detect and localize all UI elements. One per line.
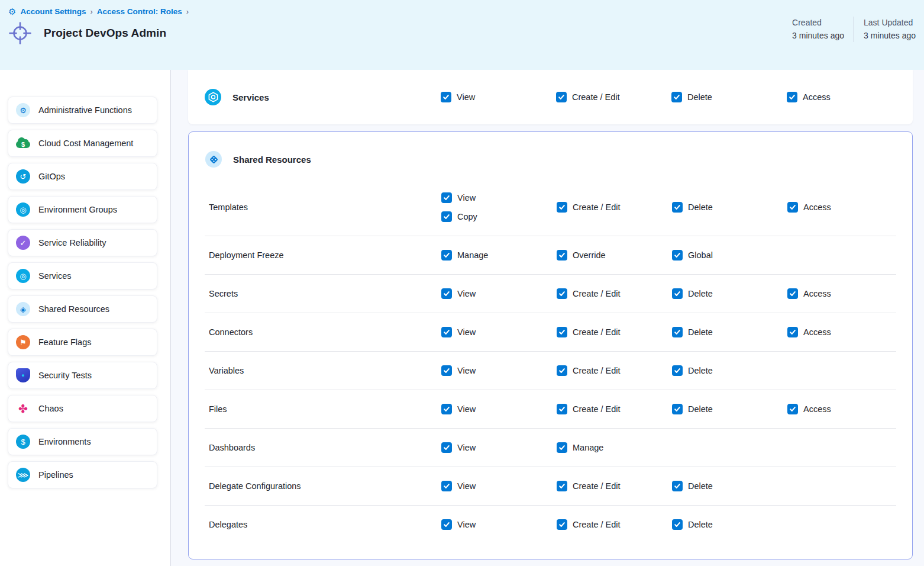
permission-create-edit[interactable]: Create / Edit	[557, 288, 621, 299]
permission-access[interactable]: Access	[787, 92, 831, 102]
sidebar-item-label: Administrative Functions	[38, 105, 132, 115]
checkbox-checked-icon[interactable]	[441, 92, 451, 102]
permission-label: View	[457, 289, 476, 298]
permission-copy[interactable]: Copy	[441, 211, 477, 222]
permission-column: Delete	[672, 202, 787, 213]
permission-delete[interactable]: Delete	[672, 404, 713, 414]
permission-view[interactable]: View	[441, 192, 476, 203]
sidebar-item-label: Cloud Cost Management	[38, 139, 133, 148]
permission-view[interactable]: View	[441, 442, 476, 453]
checkbox-checked-icon[interactable]	[557, 202, 567, 213]
permission-delete[interactable]: Delete	[672, 202, 713, 213]
checkbox-checked-icon[interactable]	[671, 92, 682, 102]
checkbox-checked-icon[interactable]	[787, 404, 798, 414]
checkbox-checked-icon[interactable]	[441, 250, 452, 261]
permission-label: Delete	[688, 202, 713, 212]
sidebar-item-chaos[interactable]: ✤ Chaos	[8, 395, 157, 422]
sidebar-item-feature-flags[interactable]: ⚑ Feature Flags	[8, 329, 157, 356]
permission-manage[interactable]: Manage	[441, 250, 488, 261]
permission-view[interactable]: View	[441, 365, 476, 376]
permission-view[interactable]: View	[441, 519, 476, 530]
checkbox-checked-icon[interactable]	[787, 202, 798, 213]
checkbox-checked-icon[interactable]	[556, 92, 567, 102]
sidebar-item-environment-groups[interactable]: ◎ Environment Groups	[8, 196, 157, 223]
breadcrumb-link-access-control-roles[interactable]: Access Control: Roles	[97, 7, 182, 16]
shared-resources-icon	[205, 151, 222, 168]
gitops-sync-icon: ↺	[16, 169, 30, 184]
shared-resources-diamond-icon: ◈	[16, 302, 30, 316]
permission-row-label: Deployment Freeze	[209, 250, 441, 260]
page-title: Project DevOps Admin	[44, 27, 166, 40]
permission-create-edit[interactable]: Create / Edit	[557, 327, 621, 337]
sidebar-item-administrative-functions[interactable]: ⚙ Administrative Functions	[8, 97, 157, 124]
checkbox-checked-icon[interactable]	[557, 519, 567, 530]
sidebar-item-gitops[interactable]: ↺ GitOps	[8, 163, 157, 190]
checkbox-checked-icon[interactable]	[672, 481, 683, 491]
sidebar-item-security-tests[interactable]: ● Security Tests	[8, 362, 157, 389]
permission-access[interactable]: Access	[787, 202, 831, 213]
checkbox-checked-icon[interactable]	[557, 404, 567, 414]
sidebar-item-pipelines[interactable]: ⋙ Pipelines	[8, 461, 157, 488]
checkbox-checked-icon[interactable]	[441, 365, 452, 376]
sidebar-item-services[interactable]: ◎ Services	[8, 262, 157, 290]
permission-delete[interactable]: Delete	[672, 365, 713, 376]
sidebar-item-environments[interactable]: $ Environments	[8, 428, 157, 455]
permission-label: Delete	[688, 327, 713, 337]
checkbox-checked-icon[interactable]	[441, 442, 452, 453]
permission-create-edit[interactable]: Create / Edit	[557, 365, 621, 376]
checkbox-checked-icon[interactable]	[441, 404, 452, 414]
checkbox-checked-icon[interactable]	[672, 288, 683, 299]
permission-column: Create / Edit	[557, 365, 672, 376]
sidebar-item-shared-resources[interactable]: ◈ Shared Resources	[8, 295, 157, 323]
checkbox-checked-icon[interactable]	[672, 519, 683, 530]
sidebar-item-service-reliability[interactable]: ✓ Service Reliability	[8, 229, 157, 256]
checkbox-checked-icon[interactable]	[787, 327, 798, 337]
permission-row-connectors: Connectors ViewCreate / EditDeleteAccess	[189, 313, 912, 351]
permission-create-edit[interactable]: Create / Edit	[557, 404, 621, 414]
permission-view[interactable]: View	[441, 404, 476, 414]
checkbox-checked-icon[interactable]	[441, 481, 452, 491]
permission-access[interactable]: Access	[787, 404, 831, 414]
checkbox-checked-icon[interactable]	[787, 288, 798, 299]
permission-delete[interactable]: Delete	[672, 288, 713, 299]
permission-view[interactable]: View	[441, 327, 476, 337]
permission-override[interactable]: Override	[557, 250, 606, 261]
permission-manage[interactable]: Manage	[557, 442, 603, 453]
permission-delete[interactable]: Delete	[672, 519, 713, 530]
permission-create-edit[interactable]: Create / Edit	[557, 519, 621, 530]
role-details-page: ⚙ Account Settings › Access Control: Rol…	[0, 0, 924, 566]
checkbox-checked-icon[interactable]	[557, 481, 567, 491]
checkbox-checked-icon[interactable]	[441, 211, 452, 222]
permission-delete[interactable]: Delete	[671, 92, 712, 102]
permission-row-deployment-freeze: Deployment Freeze ManageOverrideGlobal	[189, 236, 912, 274]
checkbox-checked-icon[interactable]	[672, 250, 683, 261]
checkbox-checked-icon[interactable]	[672, 202, 683, 213]
checkbox-checked-icon[interactable]	[441, 192, 452, 203]
permission-access[interactable]: Access	[787, 288, 831, 299]
checkbox-checked-icon[interactable]	[672, 404, 683, 414]
permission-view[interactable]: View	[441, 92, 475, 102]
checkbox-checked-icon[interactable]	[441, 519, 452, 530]
permission-view[interactable]: View	[441, 288, 476, 299]
breadcrumb-link-account-settings[interactable]: Account Settings	[20, 7, 86, 16]
permission-create-edit[interactable]: Create / Edit	[557, 481, 621, 491]
checkbox-checked-icon[interactable]	[441, 327, 452, 337]
permission-create-edit[interactable]: Create / Edit	[557, 202, 621, 213]
permission-global[interactable]: Global	[672, 250, 713, 261]
permission-create-edit[interactable]: Create / Edit	[556, 92, 620, 102]
checkbox-checked-icon[interactable]	[787, 92, 797, 102]
checkbox-checked-icon[interactable]	[557, 250, 567, 261]
checkbox-checked-icon[interactable]	[557, 327, 567, 337]
permission-column: Delete	[671, 92, 787, 102]
permission-access[interactable]: Access	[787, 327, 831, 337]
permission-delete[interactable]: Delete	[672, 327, 713, 337]
checkbox-checked-icon[interactable]	[557, 442, 567, 453]
checkbox-checked-icon[interactable]	[672, 365, 683, 376]
checkbox-checked-icon[interactable]	[557, 365, 567, 376]
sidebar-item-cloud-cost-management[interactable]: $ Cloud Cost Management	[8, 130, 157, 157]
permission-delete[interactable]: Delete	[672, 481, 713, 491]
checkbox-checked-icon[interactable]	[441, 288, 452, 299]
checkbox-checked-icon[interactable]	[557, 288, 567, 299]
checkbox-checked-icon[interactable]	[672, 327, 683, 337]
permission-view[interactable]: View	[441, 481, 476, 491]
